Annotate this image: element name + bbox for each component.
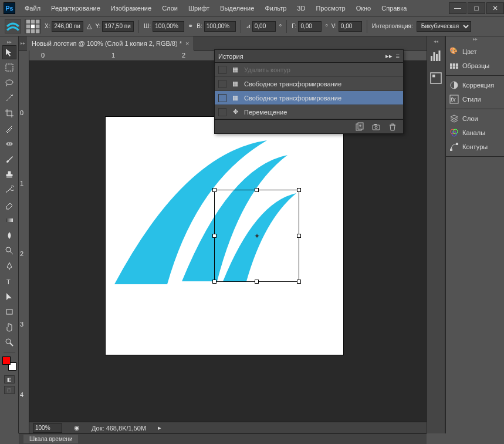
- history-panel-header[interactable]: История ▸▸≡: [215, 50, 403, 63]
- layer-icon: ▦: [231, 80, 239, 88]
- stamp-tool[interactable]: [2, 167, 16, 181]
- hskew-input[interactable]: [298, 21, 322, 32]
- dock-chevron-icon[interactable]: ▸▸: [19, 41, 27, 46]
- brush-tool[interactable]: [2, 152, 16, 166]
- delete-state-icon[interactable]: [388, 122, 397, 132]
- shape-tool[interactable]: [2, 305, 16, 319]
- channels-panel-tab[interactable]: Каналы: [446, 126, 504, 140]
- interp-select[interactable]: Бикубическая: [417, 21, 471, 32]
- document-tab[interactable]: Новый логотип @ 100% (Слой 1 копия 2, RG…: [27, 36, 194, 51]
- type-tool[interactable]: T: [2, 274, 16, 288]
- new-snapshot-icon[interactable]: [371, 122, 381, 132]
- menu-file[interactable]: Файл: [20, 2, 45, 14]
- layers-panel-tab[interactable]: Слои: [446, 112, 504, 126]
- transform-handle-tr[interactable]: [297, 188, 301, 192]
- x-input[interactable]: [52, 21, 83, 32]
- menu-layer[interactable]: Слои: [157, 2, 182, 14]
- y-input[interactable]: [102, 21, 134, 32]
- panel-flyout-icon[interactable]: ▸▸: [385, 52, 393, 60]
- transform-handle-ml[interactable]: [212, 234, 217, 238]
- nav-icon[interactable]: ◉: [74, 424, 80, 432]
- angle-input[interactable]: [252, 21, 276, 32]
- panels-collapse-icon[interactable]: ▸▸: [446, 36, 504, 42]
- history-item[interactable]: ▦ Удалить контур: [215, 63, 403, 77]
- marquee-tool[interactable]: [2, 60, 16, 75]
- toolbox-expand-icon[interactable]: ▸▸: [0, 39, 18, 45]
- history-panel[interactable]: История ▸▸≡ ▦ Удалить контур ▦ Свободное…: [214, 49, 404, 134]
- eraser-tool[interactable]: [2, 198, 16, 212]
- menu-image[interactable]: Изображение: [106, 2, 156, 14]
- hand-tool[interactable]: [2, 320, 16, 334]
- new-doc-from-state-icon[interactable]: [355, 122, 364, 132]
- history-item[interactable]: ▦ Свободное трансформирование: [215, 77, 403, 91]
- pen-tool[interactable]: [2, 259, 16, 273]
- transform-handle-bc[interactable]: [255, 280, 259, 284]
- dodge-tool[interactable]: [2, 244, 16, 258]
- color-swatches[interactable]: [2, 356, 16, 371]
- history-item-label: Свободное трансформирование: [244, 80, 341, 88]
- history-snapshot-toggle[interactable]: [218, 94, 226, 102]
- history-brush-tool[interactable]: [2, 183, 16, 197]
- quickmask-toggle[interactable]: ◧: [4, 375, 15, 384]
- close-button[interactable]: ✕: [486, 2, 504, 14]
- w-input[interactable]: [153, 21, 184, 32]
- zoom-input[interactable]: [33, 423, 62, 433]
- menu-help[interactable]: Справка: [377, 2, 411, 14]
- screenmode-toggle[interactable]: ⬚: [4, 386, 15, 394]
- strip-expand-icon[interactable]: ◂◂: [427, 39, 445, 45]
- transform-handle-tl[interactable]: [212, 188, 217, 192]
- adjustments-panel-tab[interactable]: Коррекция: [446, 78, 504, 92]
- status-menu-icon[interactable]: ▸: [158, 424, 161, 432]
- heal-tool[interactable]: [2, 137, 16, 151]
- move-tool[interactable]: [2, 45, 16, 59]
- reference-point-icon[interactable]: [25, 19, 41, 33]
- vertical-ruler[interactable]: 0 1 2 3 4: [19, 51, 29, 433]
- link-icon[interactable]: ⚭: [188, 22, 193, 30]
- vskew-input[interactable]: [339, 21, 362, 32]
- minimize-button[interactable]: —: [449, 2, 466, 14]
- menu-window[interactable]: Окно: [351, 2, 376, 14]
- menu-edit[interactable]: Редактирование: [46, 2, 105, 14]
- swatches-panel-tab[interactable]: Образцы: [446, 59, 504, 73]
- svg-rect-21: [431, 56, 432, 61]
- history-snapshot-toggle[interactable]: [218, 108, 226, 116]
- h-input[interactable]: [204, 21, 236, 32]
- transform-tool-icon[interactable]: [5, 19, 21, 33]
- foreground-color-swatch[interactable]: [2, 356, 11, 365]
- panel-menu-icon[interactable]: ≡: [396, 52, 400, 60]
- app-logo[interactable]: Ps: [4, 2, 15, 14]
- transform-handle-bl[interactable]: [212, 280, 217, 284]
- gradient-tool[interactable]: [2, 213, 16, 227]
- color-panel-tab[interactable]: 🎨Цвет: [446, 45, 504, 59]
- styles-panel-tab[interactable]: fxСтили: [446, 92, 504, 106]
- blur-tool[interactable]: [2, 228, 16, 243]
- lasso-tool[interactable]: [2, 76, 16, 90]
- paths-panel-tab[interactable]: Контуры: [446, 140, 504, 154]
- menu-filter[interactable]: Фильтр: [260, 2, 291, 14]
- eyedropper-tool[interactable]: [2, 122, 16, 136]
- history-item-selected[interactable]: ▦ Свободное трансформирование: [215, 91, 403, 105]
- crop-tool[interactable]: [2, 106, 16, 120]
- menu-select[interactable]: Выделение: [215, 2, 259, 14]
- history-snapshot-toggle[interactable]: [218, 66, 226, 74]
- transform-handle-mr[interactable]: [297, 234, 301, 238]
- ruler-tick: 1: [20, 180, 23, 187]
- transform-handle-br[interactable]: [297, 280, 301, 284]
- menu-3d[interactable]: 3D: [292, 2, 310, 14]
- menu-type[interactable]: Шрифт: [184, 2, 214, 14]
- wand-tool[interactable]: [2, 91, 16, 105]
- docsize-value: 468,8K/1,50M: [106, 425, 147, 432]
- properties-panel-icon[interactable]: [429, 70, 443, 86]
- history-item-future[interactable]: ✥ Перемещение: [215, 105, 403, 119]
- maximize-button[interactable]: □: [468, 2, 485, 14]
- transform-handle-tc[interactable]: [255, 188, 259, 192]
- close-tab-icon[interactable]: ×: [185, 40, 189, 47]
- menu-view[interactable]: Просмотр: [311, 2, 350, 14]
- history-snapshot-toggle[interactable]: [218, 80, 226, 88]
- zoom-tool[interactable]: [2, 335, 16, 349]
- transform-center-icon[interactable]: ✦: [253, 233, 261, 240]
- path-select-tool[interactable]: [2, 290, 16, 304]
- transform-bounding-box[interactable]: ✦: [214, 190, 299, 282]
- timeline-tab[interactable]: Шкала времени: [23, 435, 78, 443]
- histogram-panel-icon[interactable]: [429, 48, 443, 63]
